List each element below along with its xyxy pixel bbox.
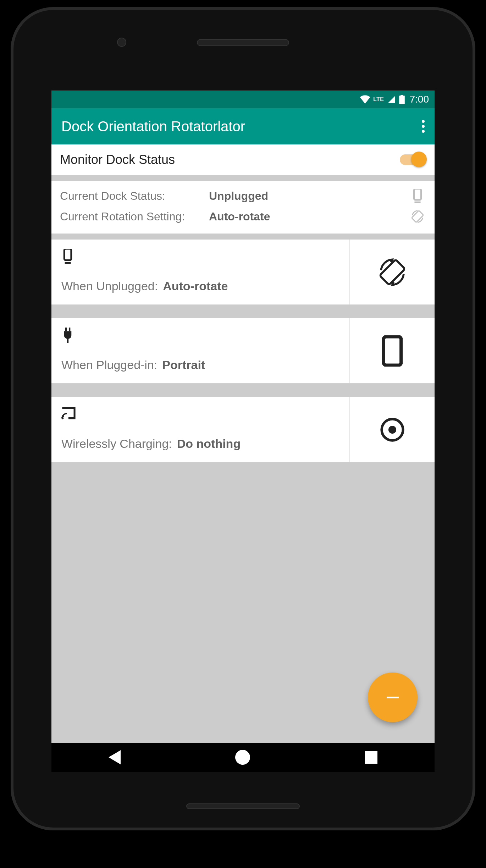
setting-wireless-label: Wirelessly Charging: xyxy=(61,437,172,451)
do-nothing-icon xyxy=(379,416,406,443)
svg-rect-6 xyxy=(65,262,71,264)
svg-rect-5 xyxy=(64,249,71,260)
nav-back-button[interactable] xyxy=(109,750,121,764)
svg-point-12 xyxy=(62,417,64,419)
setting-unplugged-left[interactable]: When Unplugged: Auto-rotate xyxy=(51,240,349,304)
app-title: Dock Orientation Rotatorlator xyxy=(61,119,245,134)
setting-plugged-left[interactable]: When Plugged-in: Portrait xyxy=(51,318,349,383)
phone-bottom-speaker xyxy=(186,803,300,809)
svg-rect-1 xyxy=(401,95,403,96)
dock-icon xyxy=(61,249,339,263)
phone-camera xyxy=(117,38,126,47)
rotation-label: Current Rotation Setting: xyxy=(60,210,209,223)
battery-icon xyxy=(399,95,405,104)
nav-recent-button[interactable] xyxy=(365,751,377,764)
app-bar: Dock Orientation Rotatorlator xyxy=(51,108,435,144)
setting-wireless-value: Do nothing xyxy=(177,437,241,451)
svg-rect-3 xyxy=(414,202,420,203)
switch-knob xyxy=(411,152,427,167)
screen: LTE 7:00 Dock Orientation Rotatorlator M… xyxy=(51,90,435,772)
android-nav-bar xyxy=(51,743,435,772)
svg-rect-9 xyxy=(69,328,70,331)
network-type-label: LTE xyxy=(373,96,384,103)
monitor-label: Monitor Dock Status xyxy=(60,152,175,167)
setting-unplugged-action[interactable] xyxy=(349,240,435,304)
portrait-icon xyxy=(382,335,403,367)
setting-unplugged-card: When Unplugged: Auto-rotate xyxy=(51,240,435,305)
clock-label: 7:00 xyxy=(410,94,429,105)
phone-frame: LTE 7:00 Dock Orientation Rotatorlator M… xyxy=(11,7,475,830)
setting-plugged-card: When Plugged-in: Portrait xyxy=(51,318,435,384)
fab-minimize-button[interactable] xyxy=(368,672,418,722)
monitor-card: Monitor Dock Status xyxy=(51,144,435,175)
wifi-icon xyxy=(360,95,370,104)
divider xyxy=(51,389,435,397)
cast-icon xyxy=(61,406,339,421)
current-status-card: Current Dock Status: Unplugged Current R… xyxy=(51,181,435,234)
svg-point-14 xyxy=(388,425,396,433)
monitor-dock-status-row[interactable]: Monitor Dock Status xyxy=(51,144,435,175)
setting-plugged-value: Portrait xyxy=(162,358,205,372)
svg-rect-10 xyxy=(67,339,68,343)
auto-rotate-icon xyxy=(376,256,408,288)
dock-status-label: Current Dock Status: xyxy=(60,189,209,203)
current-dock-status-row: Current Dock Status: Unplugged xyxy=(60,186,426,206)
nav-home-button[interactable] xyxy=(235,750,250,765)
svg-rect-11 xyxy=(383,336,401,365)
monitor-switch[interactable] xyxy=(400,154,426,165)
plug-icon xyxy=(61,328,339,342)
signal-icon xyxy=(387,95,396,104)
auto-rotate-icon xyxy=(409,209,426,224)
dock-status-value: Unplugged xyxy=(209,189,409,203)
rotation-value: Auto-rotate xyxy=(209,210,409,223)
current-rotation-row: Current Rotation Setting: Auto-rotate xyxy=(60,206,426,227)
setting-unplugged-value: Auto-rotate xyxy=(163,279,228,293)
svg-rect-2 xyxy=(414,189,421,200)
setting-plugged-label: When Plugged-in: xyxy=(61,358,157,372)
svg-rect-8 xyxy=(65,328,67,331)
overflow-menu-button[interactable] xyxy=(422,120,425,133)
setting-plugged-action[interactable] xyxy=(349,318,435,383)
setting-wireless-card: Wirelessly Charging: Do nothing xyxy=(51,397,435,462)
setting-wireless-action[interactable] xyxy=(349,397,435,462)
svg-rect-0 xyxy=(399,96,405,104)
divider xyxy=(51,311,435,318)
phone-speaker xyxy=(197,39,289,46)
android-status-bar: LTE 7:00 xyxy=(51,90,435,108)
dock-icon xyxy=(409,189,426,203)
minus-icon xyxy=(387,697,399,698)
setting-wireless-left[interactable]: Wirelessly Charging: Do nothing xyxy=(51,397,349,462)
setting-unplugged-label: When Unplugged: xyxy=(61,279,158,293)
